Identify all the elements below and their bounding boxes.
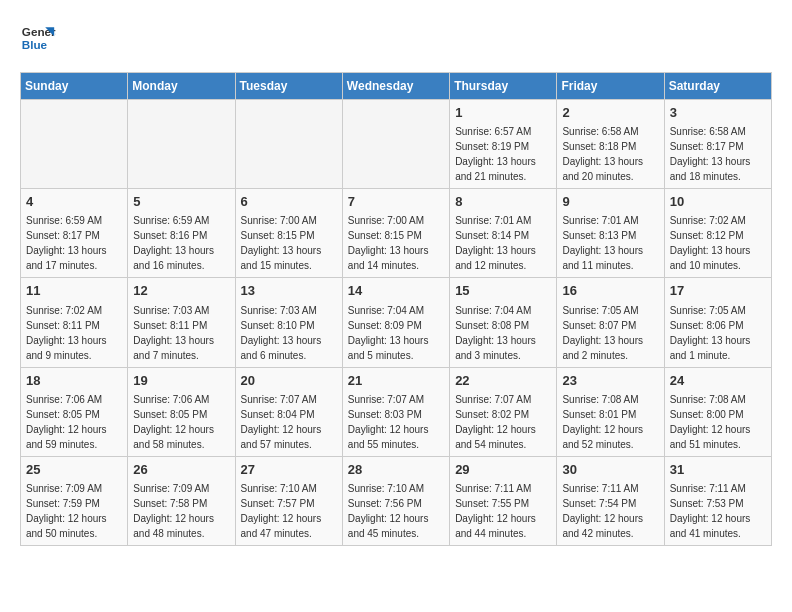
day-number: 14 xyxy=(348,282,444,300)
calendar-cell: 29Sunrise: 7:11 AM Sunset: 7:55 PM Dayli… xyxy=(450,456,557,545)
calendar-cell xyxy=(235,100,342,189)
day-number: 25 xyxy=(26,461,122,479)
calendar-header-saturday: Saturday xyxy=(664,73,771,100)
day-info: Sunrise: 7:06 AM Sunset: 8:05 PM Dayligh… xyxy=(26,394,107,450)
day-number: 1 xyxy=(455,104,551,122)
day-number: 31 xyxy=(670,461,766,479)
calendar-header-friday: Friday xyxy=(557,73,664,100)
calendar-header-wednesday: Wednesday xyxy=(342,73,449,100)
calendar-cell: 2Sunrise: 6:58 AM Sunset: 8:18 PM Daylig… xyxy=(557,100,664,189)
day-info: Sunrise: 6:58 AM Sunset: 8:18 PM Dayligh… xyxy=(562,126,643,182)
day-info: Sunrise: 7:04 AM Sunset: 8:09 PM Dayligh… xyxy=(348,305,429,361)
day-number: 4 xyxy=(26,193,122,211)
calendar-week-3: 11Sunrise: 7:02 AM Sunset: 8:11 PM Dayli… xyxy=(21,278,772,367)
logo-icon: General Blue xyxy=(20,20,56,56)
calendar-table: SundayMondayTuesdayWednesdayThursdayFrid… xyxy=(20,72,772,546)
day-number: 18 xyxy=(26,372,122,390)
calendar-cell: 7Sunrise: 7:00 AM Sunset: 8:15 PM Daylig… xyxy=(342,189,449,278)
day-info: Sunrise: 6:59 AM Sunset: 8:17 PM Dayligh… xyxy=(26,215,107,271)
day-info: Sunrise: 6:59 AM Sunset: 8:16 PM Dayligh… xyxy=(133,215,214,271)
day-number: 9 xyxy=(562,193,658,211)
day-info: Sunrise: 7:05 AM Sunset: 8:06 PM Dayligh… xyxy=(670,305,751,361)
day-number: 8 xyxy=(455,193,551,211)
calendar-cell: 25Sunrise: 7:09 AM Sunset: 7:59 PM Dayli… xyxy=(21,456,128,545)
calendar-cell: 8Sunrise: 7:01 AM Sunset: 8:14 PM Daylig… xyxy=(450,189,557,278)
calendar-cell: 17Sunrise: 7:05 AM Sunset: 8:06 PM Dayli… xyxy=(664,278,771,367)
day-number: 3 xyxy=(670,104,766,122)
calendar-cell: 27Sunrise: 7:10 AM Sunset: 7:57 PM Dayli… xyxy=(235,456,342,545)
day-info: Sunrise: 7:09 AM Sunset: 7:59 PM Dayligh… xyxy=(26,483,107,539)
calendar-cell: 24Sunrise: 7:08 AM Sunset: 8:00 PM Dayli… xyxy=(664,367,771,456)
calendar-cell xyxy=(342,100,449,189)
day-number: 26 xyxy=(133,461,229,479)
calendar-cell: 13Sunrise: 7:03 AM Sunset: 8:10 PM Dayli… xyxy=(235,278,342,367)
day-info: Sunrise: 7:01 AM Sunset: 8:13 PM Dayligh… xyxy=(562,215,643,271)
calendar-header-thursday: Thursday xyxy=(450,73,557,100)
day-info: Sunrise: 7:07 AM Sunset: 8:04 PM Dayligh… xyxy=(241,394,322,450)
calendar-header-tuesday: Tuesday xyxy=(235,73,342,100)
calendar-cell: 10Sunrise: 7:02 AM Sunset: 8:12 PM Dayli… xyxy=(664,189,771,278)
calendar-cell: 4Sunrise: 6:59 AM Sunset: 8:17 PM Daylig… xyxy=(21,189,128,278)
day-number: 16 xyxy=(562,282,658,300)
day-info: Sunrise: 7:11 AM Sunset: 7:55 PM Dayligh… xyxy=(455,483,536,539)
calendar-cell: 19Sunrise: 7:06 AM Sunset: 8:05 PM Dayli… xyxy=(128,367,235,456)
calendar-header-row: SundayMondayTuesdayWednesdayThursdayFrid… xyxy=(21,73,772,100)
day-number: 23 xyxy=(562,372,658,390)
calendar-cell: 9Sunrise: 7:01 AM Sunset: 8:13 PM Daylig… xyxy=(557,189,664,278)
calendar-cell: 22Sunrise: 7:07 AM Sunset: 8:02 PM Dayli… xyxy=(450,367,557,456)
calendar-week-1: 1Sunrise: 6:57 AM Sunset: 8:19 PM Daylig… xyxy=(21,100,772,189)
day-info: Sunrise: 7:03 AM Sunset: 8:11 PM Dayligh… xyxy=(133,305,214,361)
day-info: Sunrise: 7:04 AM Sunset: 8:08 PM Dayligh… xyxy=(455,305,536,361)
calendar-cell: 3Sunrise: 6:58 AM Sunset: 8:17 PM Daylig… xyxy=(664,100,771,189)
calendar-cell: 18Sunrise: 7:06 AM Sunset: 8:05 PM Dayli… xyxy=(21,367,128,456)
day-info: Sunrise: 7:02 AM Sunset: 8:12 PM Dayligh… xyxy=(670,215,751,271)
calendar-cell: 15Sunrise: 7:04 AM Sunset: 8:08 PM Dayli… xyxy=(450,278,557,367)
calendar-cell: 20Sunrise: 7:07 AM Sunset: 8:04 PM Dayli… xyxy=(235,367,342,456)
calendar-cell: 23Sunrise: 7:08 AM Sunset: 8:01 PM Dayli… xyxy=(557,367,664,456)
calendar-cell: 11Sunrise: 7:02 AM Sunset: 8:11 PM Dayli… xyxy=(21,278,128,367)
day-number: 24 xyxy=(670,372,766,390)
day-number: 28 xyxy=(348,461,444,479)
day-info: Sunrise: 7:02 AM Sunset: 8:11 PM Dayligh… xyxy=(26,305,107,361)
day-info: Sunrise: 7:10 AM Sunset: 7:57 PM Dayligh… xyxy=(241,483,322,539)
calendar-cell: 28Sunrise: 7:10 AM Sunset: 7:56 PM Dayli… xyxy=(342,456,449,545)
svg-text:Blue: Blue xyxy=(22,38,48,51)
day-number: 12 xyxy=(133,282,229,300)
day-number: 6 xyxy=(241,193,337,211)
day-info: Sunrise: 7:00 AM Sunset: 8:15 PM Dayligh… xyxy=(241,215,322,271)
calendar-cell xyxy=(21,100,128,189)
day-number: 20 xyxy=(241,372,337,390)
day-info: Sunrise: 7:09 AM Sunset: 7:58 PM Dayligh… xyxy=(133,483,214,539)
calendar-cell: 1Sunrise: 6:57 AM Sunset: 8:19 PM Daylig… xyxy=(450,100,557,189)
day-number: 27 xyxy=(241,461,337,479)
day-info: Sunrise: 6:57 AM Sunset: 8:19 PM Dayligh… xyxy=(455,126,536,182)
day-info: Sunrise: 7:11 AM Sunset: 7:53 PM Dayligh… xyxy=(670,483,751,539)
calendar-week-5: 25Sunrise: 7:09 AM Sunset: 7:59 PM Dayli… xyxy=(21,456,772,545)
calendar-cell: 21Sunrise: 7:07 AM Sunset: 8:03 PM Dayli… xyxy=(342,367,449,456)
day-number: 7 xyxy=(348,193,444,211)
day-number: 22 xyxy=(455,372,551,390)
calendar-cell: 5Sunrise: 6:59 AM Sunset: 8:16 PM Daylig… xyxy=(128,189,235,278)
day-number: 21 xyxy=(348,372,444,390)
day-number: 19 xyxy=(133,372,229,390)
day-number: 11 xyxy=(26,282,122,300)
calendar-cell xyxy=(128,100,235,189)
calendar-cell: 31Sunrise: 7:11 AM Sunset: 7:53 PM Dayli… xyxy=(664,456,771,545)
day-number: 2 xyxy=(562,104,658,122)
day-info: Sunrise: 7:10 AM Sunset: 7:56 PM Dayligh… xyxy=(348,483,429,539)
day-number: 13 xyxy=(241,282,337,300)
day-number: 29 xyxy=(455,461,551,479)
logo: General Blue xyxy=(20,20,56,56)
page-header: General Blue xyxy=(20,20,772,56)
calendar-cell: 16Sunrise: 7:05 AM Sunset: 8:07 PM Dayli… xyxy=(557,278,664,367)
day-number: 17 xyxy=(670,282,766,300)
day-info: Sunrise: 7:11 AM Sunset: 7:54 PM Dayligh… xyxy=(562,483,643,539)
day-number: 30 xyxy=(562,461,658,479)
calendar-cell: 12Sunrise: 7:03 AM Sunset: 8:11 PM Dayli… xyxy=(128,278,235,367)
calendar-week-2: 4Sunrise: 6:59 AM Sunset: 8:17 PM Daylig… xyxy=(21,189,772,278)
calendar-cell: 14Sunrise: 7:04 AM Sunset: 8:09 PM Dayli… xyxy=(342,278,449,367)
day-number: 15 xyxy=(455,282,551,300)
day-info: Sunrise: 7:08 AM Sunset: 8:01 PM Dayligh… xyxy=(562,394,643,450)
day-info: Sunrise: 7:00 AM Sunset: 8:15 PM Dayligh… xyxy=(348,215,429,271)
day-info: Sunrise: 7:03 AM Sunset: 8:10 PM Dayligh… xyxy=(241,305,322,361)
